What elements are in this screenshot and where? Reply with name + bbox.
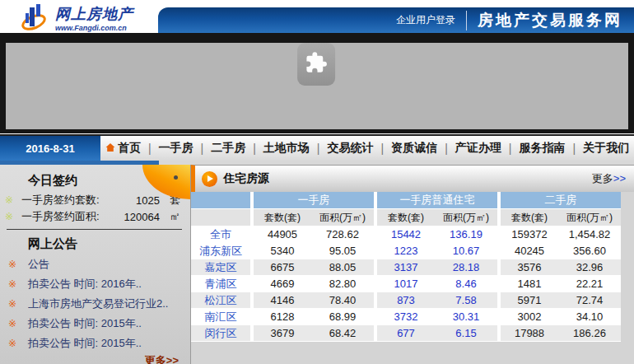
today-signing-title: 今日签约 bbox=[28, 173, 190, 189]
notice-bullet-icon: ※ bbox=[8, 338, 28, 349]
table-row: 全市44905728.6215442136.191593721,454.82 bbox=[191, 226, 621, 242]
nav-item-1[interactable]: 首页 bbox=[105, 141, 141, 156]
notice-bullet-icon: ※ bbox=[8, 278, 28, 290]
banner-area bbox=[0, 33, 634, 133]
site-logo[interactable]: 网上房地产 www.Fangdi.com.cn bbox=[21, 2, 133, 35]
banner-placeholder bbox=[6, 43, 628, 129]
buildings-icon bbox=[21, 2, 49, 35]
panel-header: 住宅房源 更多>> bbox=[191, 165, 634, 192]
cell-area: 10.67 bbox=[435, 243, 497, 259]
region-link[interactable]: 全市 bbox=[191, 226, 250, 242]
subheader-region-cell bbox=[191, 209, 250, 226]
stat-label: 一手房签约套数: bbox=[21, 193, 114, 208]
cell-units: 3002 bbox=[501, 309, 558, 324]
cell-area: 34.10 bbox=[558, 309, 621, 324]
cell-area: 1,454.82 bbox=[558, 226, 621, 242]
cell-area: 30.31 bbox=[435, 309, 497, 324]
notice-item[interactable]: ※拍卖公告 时间: 2015年.. bbox=[0, 314, 190, 334]
site-name: 房地产交易服务网 bbox=[478, 10, 622, 31]
nav-item-4[interactable]: 土地市场 bbox=[263, 141, 310, 156]
cell-units: 17988 bbox=[501, 325, 558, 341]
table-group-header-row: 一手房一手房普通住宅二手房 bbox=[191, 192, 621, 208]
panel-more-link[interactable]: 更多>> bbox=[592, 171, 626, 186]
nav-item-label: 交易统计 bbox=[328, 141, 374, 156]
stat-value: 120064 bbox=[114, 211, 160, 223]
cell-units: 1223 bbox=[377, 243, 435, 259]
nav-separator: | bbox=[572, 142, 576, 155]
table-row: 南汇区612868.99373230.31300234.10 bbox=[191, 309, 621, 324]
nav-item-label: 二手房 bbox=[211, 141, 245, 156]
navbar: 2016-8-31 首页|一手房|二手房|土地市场|交易统计|资质诚信|产证办理… bbox=[0, 134, 634, 161]
content-area: 今日签约 ※一手房签约套数:1025套※一手房签约面积:120064㎡ 网上公告… bbox=[0, 165, 634, 364]
nav-item-3[interactable]: 二手房 bbox=[211, 141, 245, 156]
group-header-2: 一手房普通住宅 bbox=[377, 192, 497, 208]
nav-item-label: 土地市场 bbox=[263, 141, 310, 156]
cell-area: 68.42 bbox=[311, 325, 374, 341]
cell-units: 873 bbox=[377, 292, 435, 308]
table-row: 松江区414678.408737.58597172.74 bbox=[191, 292, 621, 308]
home-icon bbox=[105, 142, 115, 155]
region-link[interactable]: 青浦区 bbox=[191, 276, 250, 292]
nav-item-9[interactable]: 关于我们 bbox=[583, 141, 629, 156]
nav-menu: 首页|一手房|二手房|土地市场|交易统计|资质诚信|产证办理|服务指南|关于我们 bbox=[100, 136, 634, 161]
cell-units: 677 bbox=[377, 325, 435, 341]
cell-units: 5340 bbox=[254, 243, 311, 259]
missing-plugin-box bbox=[297, 43, 335, 86]
notice-item-label: 拍卖公告 时间: 2016年.. bbox=[28, 277, 142, 292]
cell-units: 3576 bbox=[501, 259, 558, 275]
nav-item-2[interactable]: 一手房 bbox=[159, 141, 193, 156]
sidebar-divider bbox=[7, 229, 182, 230]
notice-item-label: 拍卖公告 时间: 2015年.. bbox=[28, 336, 142, 351]
cell-area: 8.46 bbox=[435, 276, 497, 292]
table-row: 青浦区466982.8010178.46148122.21 bbox=[191, 276, 621, 292]
cell-units: 44905 bbox=[254, 226, 311, 242]
today-signing-stats: ※一手房签约套数:1025套※一手房签约面积:120064㎡ bbox=[0, 192, 190, 225]
notice-item[interactable]: ※上海市房地产交易登记行业2.. bbox=[0, 294, 190, 314]
nav-item-label: 关于我们 bbox=[583, 141, 629, 156]
notice-item[interactable]: ※公告 bbox=[0, 254, 190, 274]
more-label: 更多 bbox=[592, 172, 613, 184]
play-icon bbox=[202, 171, 217, 187]
cell-area: 68.99 bbox=[311, 309, 374, 324]
notice-item-label: 公告 bbox=[28, 257, 49, 272]
sidebar: 今日签约 ※一手房签约套数:1025套※一手房签约面积:120064㎡ 网上公告… bbox=[0, 165, 191, 364]
cell-area: 7.58 bbox=[435, 292, 497, 308]
logo-title: 网上房地产 bbox=[55, 4, 133, 24]
nav-item-7[interactable]: 产证办理 bbox=[455, 141, 501, 156]
more-arrows: >> bbox=[613, 172, 626, 184]
region-link[interactable]: 嘉定区 bbox=[191, 259, 250, 275]
nav-item-5[interactable]: 交易统计 bbox=[328, 141, 374, 156]
region-link[interactable]: 南汇区 bbox=[191, 309, 250, 324]
nav-separator: | bbox=[381, 142, 385, 155]
notice-item-label: 上海市房地产交易登记行业2.. bbox=[28, 296, 168, 311]
cell-units: 3679 bbox=[254, 325, 311, 341]
nav-item-8[interactable]: 服务指南 bbox=[519, 141, 565, 156]
cell-area: 72.74 bbox=[558, 292, 621, 308]
table-row: 嘉定区667588.05313728.18357632.96 bbox=[191, 259, 621, 275]
region-link[interactable]: 松江区 bbox=[191, 292, 250, 308]
group-header-region-cell bbox=[191, 192, 250, 208]
region-link[interactable]: 闵行区 bbox=[191, 325, 250, 341]
enterprise-login-link[interactable]: 企业用户登录 bbox=[396, 13, 455, 27]
cell-units: 159372 bbox=[501, 226, 558, 242]
notice-item[interactable]: ※拍卖公告 时间: 2016年.. bbox=[0, 274, 190, 294]
main-panel: 住宅房源 更多>> 一手房一手房普通住宅二手房 套数(套)面积(万㎡)套数(套)… bbox=[191, 165, 634, 364]
stat-bullet-icon: ※ bbox=[5, 194, 21, 206]
nav-separator: | bbox=[445, 142, 448, 155]
nav-item-6[interactable]: 资质诚信 bbox=[391, 141, 437, 156]
group-header-3: 二手房 bbox=[501, 192, 621, 208]
region-link[interactable]: 浦东新区 bbox=[191, 243, 250, 259]
sidebar-more-link[interactable]: 更多>> bbox=[0, 353, 190, 364]
nav-item-label: 产证办理 bbox=[455, 141, 501, 156]
cell-area: 95.05 bbox=[311, 243, 374, 259]
nav-item-label: 服务指南 bbox=[519, 141, 565, 156]
cell-area: 136.19 bbox=[435, 226, 497, 242]
puzzle-icon bbox=[305, 51, 328, 77]
subheader-units: 套数(套) bbox=[377, 209, 435, 226]
notice-item[interactable]: ※拍卖公告 时间: 2015年.. bbox=[0, 334, 190, 353]
cell-units: 6675 bbox=[254, 259, 311, 275]
table-subheader-row: 套数(套)面积(万㎡)套数(套)面积(万㎡)套数(套)面积(万㎡) bbox=[191, 209, 621, 226]
cell-area: 22.21 bbox=[558, 276, 621, 292]
cell-area: 186.26 bbox=[558, 325, 621, 341]
cell-units: 6128 bbox=[254, 309, 311, 324]
